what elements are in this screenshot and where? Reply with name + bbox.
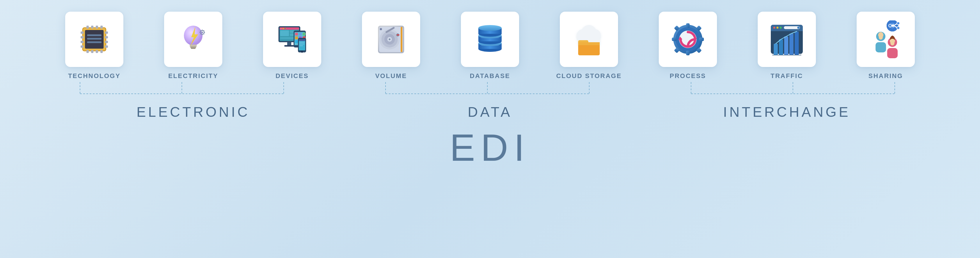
- svg-rect-42: [280, 30, 289, 36]
- traffic-label: TRAFFIC: [770, 72, 803, 80]
- svg-point-39: [280, 28, 282, 29]
- svg-point-133: [897, 22, 900, 25]
- electricity-label: ELECTRICITY: [168, 72, 218, 80]
- svg-rect-76: [396, 34, 399, 35]
- devices-icon: [273, 21, 311, 58]
- traffic-icon: [768, 21, 806, 58]
- connectors-wrapper: [0, 82, 980, 102]
- svg-point-66: [301, 51, 303, 53]
- svg-point-134: [897, 27, 900, 29]
- svg-rect-12: [81, 41, 84, 43]
- group-label-interchange-wrapper: INTERCHANGE: [638, 104, 935, 120]
- icon-item-cloud-storage: CLOUD STORAGE: [539, 12, 638, 80]
- svg-rect-2: [86, 25, 89, 29]
- svg-rect-77: [401, 27, 402, 52]
- group-label-data-wrapper: DATA: [342, 104, 638, 120]
- icon-card-technology: [65, 12, 123, 67]
- svg-rect-52: [302, 33, 305, 35]
- svg-rect-115: [771, 29, 803, 31]
- svg-rect-64: [299, 43, 305, 45]
- svg-rect-65: [299, 45, 303, 46]
- icon-card-process: [659, 12, 717, 67]
- svg-rect-123: [784, 37, 788, 55]
- svg-rect-56: [295, 40, 298, 43]
- icon-card-traffic: [758, 12, 816, 67]
- group-label-data: DATA: [468, 104, 512, 120]
- devices-label: DEVICES: [275, 72, 309, 80]
- svg-rect-19: [87, 38, 102, 40]
- svg-point-116: [773, 27, 775, 29]
- volume-icon: [372, 21, 410, 58]
- group-label-electronic: ELECTRONIC: [137, 104, 250, 120]
- svg-rect-10: [81, 32, 84, 34]
- svg-rect-3: [91, 25, 94, 29]
- volume-label: VOLUME: [375, 72, 407, 80]
- svg-rect-122: [779, 39, 783, 55]
- electricity-icon: [174, 21, 212, 58]
- svg-rect-29: [202, 34, 202, 35]
- icons-row: TECHNOLOGY: [0, 12, 980, 80]
- svg-rect-31: [204, 32, 205, 33]
- icon-item-process: PROCESS: [638, 12, 737, 80]
- svg-rect-17: [105, 45, 108, 48]
- svg-rect-11: [81, 36, 84, 38]
- svg-point-27: [201, 32, 203, 33]
- svg-rect-51: [299, 33, 302, 35]
- svg-rect-20: [87, 41, 102, 43]
- svg-rect-7: [91, 50, 94, 53]
- icon-item-devices: DEVICES: [243, 12, 342, 80]
- icon-card-cloud-storage: [560, 12, 618, 67]
- svg-rect-4: [96, 25, 98, 29]
- sharing-label: SHARING: [869, 72, 903, 80]
- icon-item-database: DATABASE: [441, 12, 539, 80]
- svg-point-138: [878, 32, 883, 38]
- group-label-electronic-wrapper: ELECTRONIC: [45, 104, 342, 120]
- svg-rect-24: [191, 48, 196, 49]
- sharing-icon: ↗: [867, 21, 905, 58]
- svg-rect-6: [86, 50, 89, 53]
- svg-rect-121: [774, 44, 778, 55]
- icon-card-sharing: ↗: [857, 12, 915, 67]
- database-label: DATABASE: [470, 72, 511, 80]
- svg-rect-28: [202, 30, 202, 31]
- svg-rect-62: [299, 39, 305, 41]
- icon-item-traffic: TRAFFIC: [737, 12, 836, 80]
- svg-rect-53: [295, 37, 298, 39]
- svg-rect-14: [105, 32, 108, 34]
- icon-item-sharing: ↗: [836, 12, 935, 80]
- svg-rect-35: [203, 33, 205, 35]
- svg-rect-126: [772, 55, 801, 55]
- connector-lines-svg: [29, 82, 951, 102]
- svg-rect-105: [699, 38, 704, 41]
- svg-rect-102: [686, 23, 690, 28]
- edi-main-label: EDI: [450, 126, 530, 169]
- icon-item-volume: VOLUME: [342, 12, 441, 80]
- svg-point-118: [780, 27, 782, 29]
- technology-label: TECHNOLOGY: [68, 72, 121, 80]
- process-label: PROCESS: [670, 72, 706, 80]
- svg-point-117: [776, 27, 779, 29]
- svg-point-135: [889, 24, 891, 27]
- svg-rect-125: [795, 32, 799, 55]
- svg-point-120: [797, 27, 800, 29]
- svg-rect-15: [105, 36, 108, 38]
- svg-rect-99: [578, 42, 600, 45]
- icon-card-database: [461, 12, 519, 67]
- svg-rect-63: [299, 41, 305, 43]
- svg-rect-16: [105, 41, 108, 43]
- icon-card-electricity: [164, 12, 222, 67]
- svg-point-40: [283, 28, 284, 29]
- process-icon: [669, 21, 707, 58]
- svg-point-73: [389, 38, 390, 40]
- database-icon: [471, 21, 509, 58]
- icon-card-volume: [362, 12, 420, 67]
- icon-item-electricity: ELECTRICITY: [144, 12, 243, 80]
- svg-rect-103: [686, 51, 690, 55]
- svg-rect-8: [96, 50, 98, 53]
- svg-rect-50: [295, 33, 298, 35]
- svg-rect-104: [672, 38, 676, 41]
- svg-rect-9: [100, 50, 103, 53]
- svg-rect-18: [87, 34, 102, 36]
- svg-rect-47: [284, 45, 294, 46]
- svg-rect-124: [789, 33, 794, 55]
